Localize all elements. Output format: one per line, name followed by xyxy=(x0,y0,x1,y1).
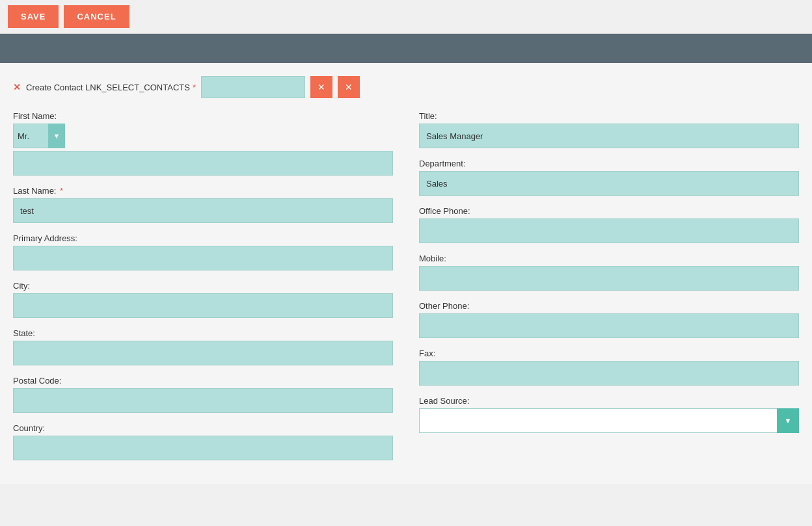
lead-source-select[interactable]: Cold Call Existing Customer Self Generat… xyxy=(419,408,799,433)
first-name-row: Mr. Ms. Mrs. Dr. Prof. ▼ xyxy=(13,124,393,148)
city-input[interactable] xyxy=(13,293,393,318)
salutation-wrapper: Mr. Ms. Mrs. Dr. Prof. ▼ xyxy=(13,124,65,148)
create-contact-label: Create Contact LNK_SELECT_CONTACTS * xyxy=(26,83,196,92)
last-name-label: Last Name: * xyxy=(13,186,393,196)
required-indicator: * xyxy=(193,83,196,92)
title-input[interactable] xyxy=(419,124,799,148)
country-label: Country: xyxy=(13,423,393,433)
office-phone-input[interactable] xyxy=(419,218,799,243)
other-phone-group: Other Phone: xyxy=(419,301,799,338)
city-group: City: xyxy=(13,281,393,318)
mobile-group: Mobile: xyxy=(419,254,799,291)
left-column: First Name: Mr. Ms. Mrs. Dr. Prof. ▼ xyxy=(13,111,393,471)
postal-code-group: Postal Code: xyxy=(13,376,393,413)
mobile-label: Mobile: xyxy=(419,254,799,263)
title-group: Title: xyxy=(419,111,799,148)
search-remove-button[interactable]: ✕ xyxy=(338,76,360,98)
first-name-input[interactable] xyxy=(13,151,393,176)
postal-code-input[interactable] xyxy=(13,388,393,413)
office-phone-label: Office Phone: xyxy=(419,206,799,216)
cancel-button[interactable]: CANCEL xyxy=(64,5,129,28)
salutation-select[interactable]: Mr. Ms. Mrs. Dr. Prof. xyxy=(13,124,65,148)
first-name-group: First Name: Mr. Ms. Mrs. Dr. Prof. ▼ xyxy=(13,111,393,176)
toolbar: SAVE CANCEL xyxy=(0,0,812,34)
postal-code-label: Postal Code: xyxy=(13,376,393,386)
last-name-input[interactable] xyxy=(13,198,393,223)
office-phone-group: Office Phone: xyxy=(419,206,799,243)
country-group: Country: xyxy=(13,423,393,460)
fax-label: Fax: xyxy=(419,348,799,358)
other-phone-input[interactable] xyxy=(419,313,799,338)
mobile-input[interactable] xyxy=(419,266,799,291)
primary-address-label: Primary Address: xyxy=(13,233,393,243)
create-contact-row: ✕ Create Contact LNK_SELECT_CONTACTS * ✕… xyxy=(13,76,799,98)
primary-address-input[interactable] xyxy=(13,246,393,270)
x-icon: ✕ xyxy=(13,82,21,92)
lead-source-group: Lead Source: Cold Call Existing Customer… xyxy=(419,396,799,433)
fax-input[interactable] xyxy=(419,361,799,386)
right-column: Title: Department: Office Phone: Mobile:… xyxy=(419,111,799,471)
lead-source-wrapper: Cold Call Existing Customer Self Generat… xyxy=(419,408,799,433)
form-grid: First Name: Mr. Ms. Mrs. Dr. Prof. ▼ xyxy=(13,111,799,471)
main-content: ✕ Create Contact LNK_SELECT_CONTACTS * ✕… xyxy=(0,63,812,484)
state-group: State: xyxy=(13,328,393,365)
search-clear-button[interactable]: ✕ xyxy=(310,76,332,98)
state-input[interactable] xyxy=(13,341,393,365)
fax-group: Fax: xyxy=(419,348,799,386)
city-label: City: xyxy=(13,281,393,291)
state-label: State: xyxy=(13,328,393,338)
save-button[interactable]: SAVE xyxy=(8,5,59,28)
department-input[interactable] xyxy=(419,171,799,196)
contact-search-input[interactable] xyxy=(201,76,305,98)
department-label: Department: xyxy=(419,159,799,168)
country-input[interactable] xyxy=(13,436,393,460)
department-group: Department: xyxy=(419,159,799,196)
title-label: Title: xyxy=(419,111,799,121)
last-name-required: * xyxy=(60,186,63,196)
lead-source-label: Lead Source: xyxy=(419,396,799,406)
first-name-label: First Name: xyxy=(13,111,393,121)
other-phone-label: Other Phone: xyxy=(419,301,799,311)
header-bar xyxy=(0,34,812,63)
last-name-group: Last Name: * xyxy=(13,186,393,223)
primary-address-group: Primary Address: xyxy=(13,233,393,270)
